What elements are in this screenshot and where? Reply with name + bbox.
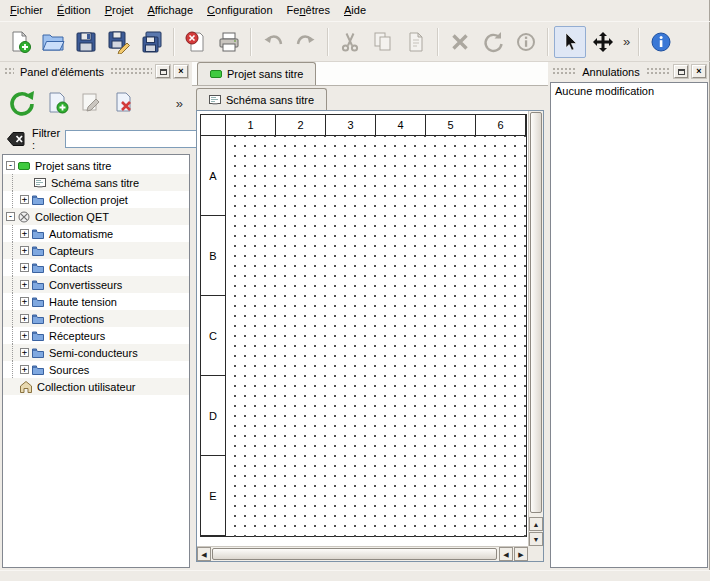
diagram-grid-area[interactable]: [226, 136, 527, 537]
float-icon: [678, 69, 685, 75]
tree-item-convertisseurs[interactable]: + Convertisseurs: [3, 276, 189, 293]
clear-filter-icon: [6, 129, 26, 149]
vertical-scrollbar[interactable]: ▲ ▼: [528, 111, 543, 546]
delete-button[interactable]: [444, 26, 476, 58]
tree-item-automatisme[interactable]: + Automatisme: [3, 225, 189, 242]
close-file-button[interactable]: [180, 26, 212, 58]
tree-item-haute-tension[interactable]: + Haute tension: [3, 293, 189, 310]
horizontal-scrollbar[interactable]: ◀ ◀ ▶: [197, 546, 528, 561]
tree-item-collection-utilisateur[interactable]: Collection utilisateur: [3, 378, 189, 395]
edit-element-button[interactable]: [78, 90, 104, 116]
expand-icon[interactable]: +: [20, 195, 29, 204]
expand-icon[interactable]: +: [20, 263, 29, 272]
diagram-tab-label: Schéma sans titre: [226, 94, 314, 106]
save-as-button[interactable]: [103, 26, 135, 58]
diagram-icon: [209, 94, 221, 106]
tree-item-label: Collection QET: [33, 211, 111, 223]
workspace: Projet sans titre Schéma sans titre 1 2 …: [192, 62, 548, 570]
tree-item-protections[interactable]: + Protections: [3, 310, 189, 327]
undo-panel: Annulations × Aucune modification: [548, 62, 710, 570]
float-panel-button[interactable]: [674, 65, 688, 78]
tree-item-recepteurs[interactable]: + Récepteurs: [3, 327, 189, 344]
undo-button[interactable]: [257, 26, 289, 58]
reload-collections-icon: [7, 88, 37, 118]
tree-item-contacts[interactable]: + Contacts: [3, 259, 189, 276]
toolbar-overflow-chevron[interactable]: »: [620, 34, 633, 49]
delete-element-icon: [112, 91, 136, 115]
expand-icon[interactable]: +: [20, 365, 29, 374]
expand-icon[interactable]: +: [20, 314, 29, 323]
tree-item-semi-conducteurs[interactable]: + Semi-conducteurs: [3, 344, 189, 361]
scroll-right-button[interactable]: ▶: [514, 547, 528, 561]
copy-icon: [371, 30, 395, 54]
selection-mode-button[interactable]: [554, 26, 586, 58]
menu-edition[interactable]: Édition: [50, 1, 98, 20]
rotate-button[interactable]: [477, 26, 509, 58]
panel-toolbar-overflow-chevron[interactable]: »: [173, 96, 186, 111]
clear-filter-button[interactable]: [5, 128, 27, 150]
undo-history-list[interactable]: Aucune modification: [550, 82, 708, 568]
tree-item-collection-projet[interactable]: + Collection projet: [3, 191, 189, 208]
about-button[interactable]: [645, 26, 677, 58]
save-all-button[interactable]: [136, 26, 168, 58]
tree-item-collection-qet[interactable]: - Collection QET: [3, 208, 189, 225]
open-project-button[interactable]: [37, 26, 69, 58]
close-panel-button[interactable]: ×: [174, 65, 188, 78]
menu-affichage[interactable]: Affichage: [140, 1, 200, 20]
delete-element-button[interactable]: [111, 90, 137, 116]
expand-icon[interactable]: +: [20, 280, 29, 289]
expand-icon[interactable]: +: [20, 297, 29, 306]
scroll-left-button[interactable]: ◀: [197, 547, 211, 561]
vertical-scrollbar-thumb[interactable]: [530, 112, 542, 513]
float-panel-button[interactable]: [156, 65, 170, 78]
reload-collections-button[interactable]: [6, 87, 38, 119]
move-mode-button[interactable]: [587, 26, 619, 58]
elements-panel-titlebar[interactable]: Panel d'éléments ×: [2, 63, 190, 80]
menu-fichier[interactable]: Fichier: [3, 1, 50, 20]
horizontal-scrollbar-thumb[interactable]: [212, 548, 497, 560]
undo-panel-titlebar[interactable]: Annulations ×: [550, 63, 708, 80]
elements-panel: Panel d'éléments × » Filtrer :: [0, 62, 192, 570]
tree-item-label: Collection utilisateur: [35, 381, 137, 393]
new-element-button[interactable]: [45, 90, 71, 116]
expand-icon[interactable]: +: [20, 229, 29, 238]
tree-item-project[interactable]: - Projet sans titre: [3, 157, 189, 174]
copy-button[interactable]: [367, 26, 399, 58]
diagram-sheet[interactable]: 1 2 3 4 5 6 A B C D E: [200, 114, 527, 537]
expand-icon[interactable]: +: [20, 348, 29, 357]
row-header: A: [201, 136, 226, 216]
element-info-button[interactable]: [510, 26, 542, 58]
save-as-icon: [107, 30, 131, 54]
column-header: 6: [476, 115, 526, 136]
scroll-down-button[interactable]: ▼: [529, 532, 543, 546]
close-panel-button[interactable]: ×: [692, 65, 706, 78]
cut-button[interactable]: [334, 26, 366, 58]
tree-item-capteurs[interactable]: + Capteurs: [3, 242, 189, 259]
expand-icon[interactable]: +: [20, 246, 29, 255]
tree-item-label: Sources: [47, 364, 91, 376]
project-tab[interactable]: Projet sans titre: [197, 62, 316, 85]
row-header: E: [201, 456, 226, 536]
diagram-view[interactable]: 1 2 3 4 5 6 A B C D E ▲ ▼ ◀ ◀: [196, 110, 544, 562]
tree-item-diagram[interactable]: Schéma sans titre: [3, 174, 189, 191]
expand-icon[interactable]: +: [20, 331, 29, 340]
delete-icon: [448, 30, 472, 54]
redo-button[interactable]: [290, 26, 322, 58]
menu-configuration[interactable]: Configuration: [200, 1, 279, 20]
print-button[interactable]: [213, 26, 245, 58]
collapse-icon[interactable]: -: [6, 212, 15, 221]
menu-aide[interactable]: Aide: [337, 1, 373, 20]
tree-item-label: Collection projet: [47, 194, 130, 206]
diagram-tab[interactable]: Schéma sans titre: [196, 88, 327, 110]
scroll-left-button-2[interactable]: ◀: [499, 547, 513, 561]
scroll-up-button[interactable]: ▲: [529, 517, 543, 531]
tree-item-sources[interactable]: + Sources: [3, 361, 189, 378]
paste-button[interactable]: [400, 26, 432, 58]
collapse-icon[interactable]: -: [6, 161, 15, 170]
tree-item-label: Récepteurs: [47, 330, 107, 342]
save-button[interactable]: [70, 26, 102, 58]
new-document-button[interactable]: [4, 26, 36, 58]
menu-fenetres[interactable]: Fenêtres: [280, 1, 337, 20]
menu-projet[interactable]: Projet: [98, 1, 141, 20]
tree-item-label: Automatisme: [47, 228, 115, 240]
